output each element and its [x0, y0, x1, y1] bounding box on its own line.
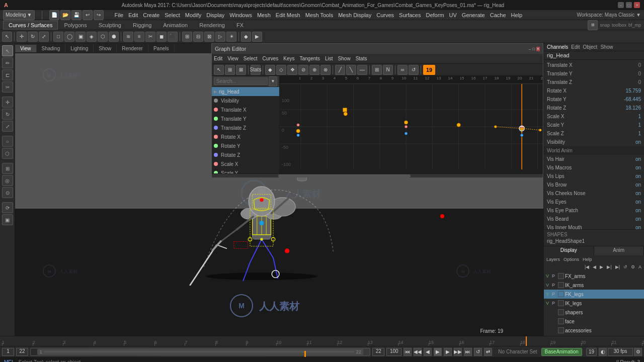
render-btn[interactable]: ▷: [215, 32, 225, 42]
attr-val-1[interactable]: 0: [621, 71, 641, 76]
ge-minimize[interactable]: –: [529, 47, 531, 51]
snap-grid-btn[interactable]: ⊞: [2, 163, 13, 174]
ge-tree-item-8[interactable]: Scale X: [212, 159, 279, 168]
da-loop[interactable]: ↺: [622, 264, 629, 270]
layer-v-3[interactable]: V: [546, 301, 551, 306]
display-tab[interactable]: Display: [544, 246, 594, 255]
tr-go-start[interactable]: ⏮: [404, 348, 412, 356]
anim-key-btn[interactable]: ◆: [241, 32, 251, 42]
wa-val-7[interactable]: on: [621, 216, 641, 222]
combine-btn[interactable]: ⬡: [98, 32, 108, 42]
ge-curve-area[interactable]: 12345678910111213141516171819202122 5: [280, 76, 543, 173]
ge-maximize[interactable]: □: [532, 47, 535, 51]
ge-tree-item-0[interactable]: ▶rig_Head: [212, 87, 279, 96]
vp-tab-renderer[interactable]: Renderer: [117, 45, 148, 52]
select-tool-btn[interactable]: ↖: [2, 45, 13, 56]
ge-key-btn2[interactable]: ◇: [276, 65, 286, 75]
history-btn[interactable]: ⟳: [2, 202, 13, 213]
wa-val-8[interactable]: on: [621, 225, 641, 229]
ge-search-input[interactable]: [214, 77, 268, 85]
scl-tool-btn[interactable]: ⤢: [2, 121, 13, 132]
layer-p-3[interactable]: P: [552, 301, 557, 306]
curve-tab-0[interactable]: Curves / Surfaces: [3, 21, 58, 30]
save-file-btn[interactable]: 💾: [71, 10, 82, 20]
layout-btn2[interactable]: ⊟: [193, 32, 203, 42]
tr-mirror-btn[interactable]: ⇄: [484, 348, 492, 356]
menu-item-mesh-tools[interactable]: Mesh Tools: [305, 12, 333, 18]
open-file-btn[interactable]: 📂: [60, 10, 70, 20]
select-tool[interactable]: ↖: [2, 32, 12, 42]
ge-menu-select[interactable]: Select: [244, 56, 258, 61]
main-viewport[interactable]: ViewShadingLightingShowRendererPanels ◫ …: [15, 43, 543, 336]
menu-item-edit-mesh[interactable]: Edit Mesh: [276, 12, 300, 18]
ge-grid-area[interactable]: 50 0 -50 -100 100: [280, 84, 543, 169]
ge-tree-item-9[interactable]: Scale Y: [212, 168, 279, 173]
menu-item-surfaces[interactable]: Surfaces: [399, 12, 421, 18]
tr-prev-key[interactable]: ◀◀: [414, 348, 422, 356]
layer-row-2[interactable]: V P FK_legs: [544, 290, 644, 299]
ge-key-btn6[interactable]: ⊗: [320, 65, 331, 75]
bevel-btn[interactable]: ◈: [87, 32, 97, 42]
menu-item-help[interactable]: Help: [511, 12, 523, 18]
layer-row-3[interactable]: V P IK_legs: [544, 299, 644, 308]
ge-menu-list[interactable]: List: [325, 56, 333, 61]
vp-tab-panels[interactable]: Panels: [148, 45, 175, 52]
ge-close[interactable]: ✕: [536, 47, 540, 51]
tr-go-end[interactable]: ⏭: [464, 348, 472, 356]
curve-tab-6[interactable]: FX: [231, 21, 249, 30]
menu-item-cache[interactable]: Cache: [490, 12, 506, 18]
fps-field[interactable]: 30 fps: [608, 348, 633, 356]
nurbs-btn[interactable]: ◯: [64, 32, 74, 42]
current-frame-display[interactable]: 19: [586, 348, 597, 356]
wa-val-3[interactable]: on: [621, 182, 641, 188]
wa-val-0[interactable]: on: [621, 156, 641, 162]
ge-tree-item-4[interactable]: Translate Z: [212, 123, 279, 132]
move-tool[interactable]: ✛: [17, 32, 27, 42]
options-btn[interactable]: Options: [562, 256, 581, 262]
cut-tool-btn[interactable]: ✂: [2, 81, 13, 93]
anim-layer-indicator[interactable]: BaseAnimation: [541, 348, 582, 356]
layer-v-0[interactable]: V: [546, 274, 551, 279]
da-anim-layer[interactable]: A: [637, 264, 643, 270]
attr-val-4[interactable]: -68.445: [621, 97, 641, 102]
ge-key-btn4[interactable]: ⊘: [298, 65, 308, 75]
fill-btn[interactable]: ◼: [156, 32, 167, 42]
move-tool-btn[interactable]: ✛: [2, 97, 13, 108]
layer-v-2[interactable]: V: [546, 292, 551, 297]
attr-val-2[interactable]: 0: [621, 79, 641, 85]
wa-val-2[interactable]: on: [621, 173, 641, 179]
layer-row-5[interactable]: face: [544, 317, 644, 326]
close-button[interactable]: ✕: [634, 2, 640, 8]
ge-tree-item-6[interactable]: Rotate Y: [212, 141, 279, 150]
wa-val-6[interactable]: on: [621, 208, 641, 213]
layers-btn[interactable]: Layers: [545, 256, 561, 262]
menu-item-display[interactable]: Display: [206, 12, 224, 18]
ge-tree-item-1[interactable]: Visibility: [212, 96, 279, 105]
ge-tan-btn2[interactable]: ╲: [346, 65, 356, 75]
help-btn[interactable]: Help: [581, 256, 594, 262]
curve-tab-4[interactable]: Animation: [157, 21, 193, 30]
menu-item-windows[interactable]: Windows: [229, 12, 252, 18]
layout-btn3[interactable]: ⊠: [204, 32, 214, 42]
attr-val-8[interactable]: 1: [621, 131, 641, 136]
soft-mod-btn[interactable]: ○: [2, 136, 13, 147]
layer-v-1[interactable]: V: [546, 283, 551, 288]
ge-tree-item-2[interactable]: Translate X: [212, 105, 279, 114]
tr-next-frame[interactable]: ▶: [444, 348, 452, 356]
tr-prev-frame[interactable]: ◀: [424, 348, 432, 356]
edit-tab[interactable]: Edit: [571, 44, 580, 50]
menu-item-select[interactable]: Select: [165, 12, 180, 18]
layer-p-1[interactable]: P: [552, 283, 557, 288]
da-settings[interactable]: ⚙: [629, 264, 636, 270]
da-play[interactable]: ▶: [598, 264, 605, 270]
render-region-btn[interactable]: ▣: [2, 214, 13, 225]
redo-btn[interactable]: ↪: [94, 10, 104, 20]
tr-loop-btn[interactable]: ↺: [474, 348, 482, 356]
ge-key-btn5[interactable]: ⊕: [309, 65, 319, 75]
snap-cv-btn[interactable]: ⊙: [2, 187, 13, 198]
light-btn[interactable]: ☀: [226, 32, 236, 42]
curve-tab-3[interactable]: Rigging: [127, 21, 157, 30]
ge-tree-item-5[interactable]: Rotate X: [212, 132, 279, 141]
vp-tab-lighting[interactable]: Lighting: [65, 45, 94, 52]
ge-tan-btn3[interactable]: —: [357, 65, 367, 75]
